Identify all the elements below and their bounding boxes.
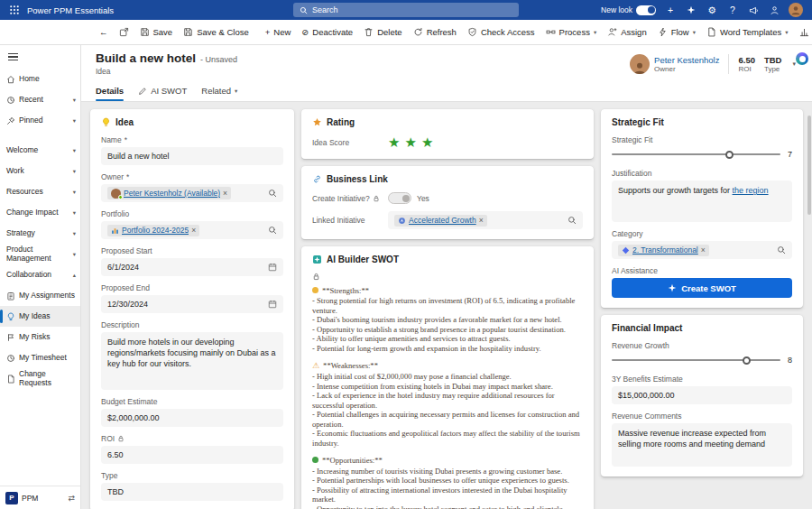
create-swot-button[interactable]: Create SWOT	[612, 278, 792, 298]
benefits-estimate-field[interactable]: $15,000,000.00	[612, 386, 792, 404]
idea-score-stars[interactable]: ★ ★ ★	[388, 135, 433, 149]
slider-thumb[interactable]	[725, 151, 734, 159]
sidebar-item-my-ideas[interactable]: My Ideas	[0, 306, 80, 327]
sidebar-item-recent[interactable]: Recent ▾	[0, 89, 80, 110]
copilot-icon[interactable]	[796, 52, 808, 65]
calendar-icon[interactable]	[268, 263, 277, 272]
sidebar-group-collaboration[interactable]: Collaboration ▴	[0, 264, 80, 285]
name-field[interactable]: Build a new hotel	[101, 147, 283, 165]
new-button[interactable]: + New	[260, 23, 297, 42]
category-chip[interactable]: 2. Transformational ×	[618, 245, 709, 256]
assign-button[interactable]: Assign	[602, 23, 652, 42]
star-icon: ★	[388, 135, 400, 149]
sidebar-group-resources[interactable]: Resources ▾	[0, 181, 80, 202]
tab-details[interactable]: Details	[96, 80, 124, 101]
search-icon[interactable]	[777, 245, 786, 255]
sidebar-item-my-assignments[interactable]: My Assignments	[0, 285, 80, 306]
header-owner[interactable]: Peter Kestenholz Owner	[630, 54, 719, 74]
remove-icon[interactable]: ×	[701, 246, 706, 255]
sidebar-group-change-impact[interactable]: Change Impact ▾	[0, 202, 80, 223]
justification-link[interactable]: the region	[733, 186, 769, 195]
revenue-comments-field[interactable]: Massive revenue increase expected from s…	[612, 423, 792, 467]
sidebar-item-my-risks[interactable]: My Risks	[0, 327, 80, 347]
business-link-card: Business Link Create Initiative? Yes	[301, 166, 594, 239]
search-placeholder: Search	[312, 5, 338, 14]
portfolio-chip[interactable]: Portfolio 2024-2025 ×	[107, 225, 199, 236]
deactivate-button[interactable]: ⊘ Deactivate	[296, 23, 358, 42]
save-button[interactable]: Save	[134, 23, 179, 42]
justification-field[interactable]: Supports our growth targets for the regi…	[612, 180, 792, 222]
proposed-end-field[interactable]: 12/30/2024	[101, 295, 283, 313]
quick-create-icon[interactable]: +	[664, 4, 677, 16]
header-type-stat: TBD Type	[764, 55, 782, 73]
chevron-up-icon: ▴	[73, 272, 76, 279]
strategic-fit-slider[interactable]	[612, 149, 780, 160]
proposed-start-field[interactable]: 6/1/2024	[101, 258, 283, 276]
lock-icon	[117, 435, 125, 442]
hamburger-menu-icon[interactable]	[0, 45, 80, 69]
chevron-down-icon[interactable]: ▾	[73, 117, 76, 125]
sidebar-group-product-management[interactable]: Product Management ▾	[0, 244, 80, 264]
sidebar-item-home[interactable]: Home	[0, 69, 80, 89]
check-access-button[interactable]: Check Access	[462, 23, 540, 42]
save-close-button[interactable]: Save & Close	[178, 23, 254, 42]
swot-strengths-section: **Strengths:** - Strong potential for hi…	[312, 286, 583, 353]
tab-ai-swot[interactable]: AI SWOT	[138, 80, 187, 101]
portfolio-lookup-field[interactable]: Portfolio 2024-2025 ×	[101, 221, 283, 239]
divider	[0, 131, 80, 140]
help-icon[interactable]: ?	[726, 4, 739, 16]
calendar-icon[interactable]	[268, 300, 277, 309]
flow-button[interactable]: Flow ▾	[652, 23, 701, 42]
sidebar-item-pinned[interactable]: Pinned ▾	[0, 110, 80, 131]
owner-lookup-field[interactable]: Peter Kestenholz (Available) ×	[101, 184, 283, 202]
run-report-button[interactable]: Run Report ▾	[794, 23, 812, 42]
sidebar-group-strategy[interactable]: Strategy ▾	[0, 223, 80, 244]
search-icon[interactable]	[567, 216, 577, 225]
sidebar-group-work[interactable]: Work ▾	[0, 161, 80, 181]
user-avatar[interactable]	[789, 3, 803, 17]
sidebar-item-my-timesheet[interactable]: My Timesheet	[0, 347, 80, 368]
remove-icon[interactable]: ×	[479, 217, 484, 225]
linked-initiative-chip[interactable]: Accelerated Growth ×	[394, 215, 487, 227]
global-search-input[interactable]: Search	[293, 3, 519, 17]
new-look-label: New look	[601, 5, 632, 14]
description-field[interactable]: Build more hotels in our developing regi…	[101, 332, 283, 390]
chevron-down-icon[interactable]: ▾	[73, 97, 76, 104]
process-button[interactable]: Process ▾	[540, 23, 603, 42]
slider-thumb[interactable]	[743, 356, 751, 365]
delete-button[interactable]: Delete	[358, 23, 407, 42]
waffle-menu-icon[interactable]	[9, 5, 20, 15]
vertical-scrollbar[interactable]	[807, 116, 811, 215]
search-icon[interactable]	[268, 226, 277, 235]
word-templates-button[interactable]: Word Templates ▾	[701, 23, 794, 42]
sparkle-icon[interactable]	[685, 4, 697, 16]
chevron-down-icon: ▾	[235, 88, 237, 95]
popout-icon[interactable]	[114, 23, 134, 42]
new-look-toggle[interactable]	[636, 5, 656, 15]
revenue-growth-slider[interactable]	[612, 355, 780, 366]
tab-related[interactable]: Related ▾	[201, 80, 237, 101]
sidebar-group-welcome[interactable]: Welcome ▾	[0, 140, 80, 161]
megaphone-icon[interactable]	[747, 4, 760, 16]
owner-chip[interactable]: Peter Kestenholz (Available) ×	[107, 187, 231, 199]
swap-app-icon[interactable]: ⇄	[68, 494, 75, 503]
linked-initiative-lookup-field[interactable]: Accelerated Growth ×	[388, 211, 583, 229]
remove-icon[interactable]: ×	[223, 190, 227, 198]
app-name[interactable]: Power PPM Essentials	[27, 5, 114, 15]
gear-icon[interactable]: ⚙	[706, 4, 718, 16]
owner-chip-avatar	[111, 189, 121, 199]
unsaved-indicator: - Unsaved	[200, 55, 237, 64]
person-icon[interactable]	[768, 4, 780, 16]
search-icon[interactable]	[268, 189, 277, 198]
type-field[interactable]: TBD	[101, 483, 283, 501]
budget-estimate-field[interactable]: $2,000,000.00	[101, 409, 283, 427]
owner-name-link[interactable]: Peter Kestenholz	[654, 55, 719, 65]
app-switcher[interactable]: P PPM ⇄	[0, 486, 80, 509]
new-look-switch[interactable]: New look	[601, 5, 656, 15]
swot-rich-text[interactable]: **Strengths:** - Strong potential for hi…	[312, 286, 583, 509]
sidebar-item-change-requests[interactable]: Change Requests	[0, 368, 80, 389]
category-lookup-field[interactable]: 2. Transformational ×	[612, 241, 792, 259]
back-button[interactable]: ←	[94, 23, 114, 42]
refresh-button[interactable]: Refresh	[408, 23, 462, 42]
remove-icon[interactable]: ×	[191, 227, 196, 235]
